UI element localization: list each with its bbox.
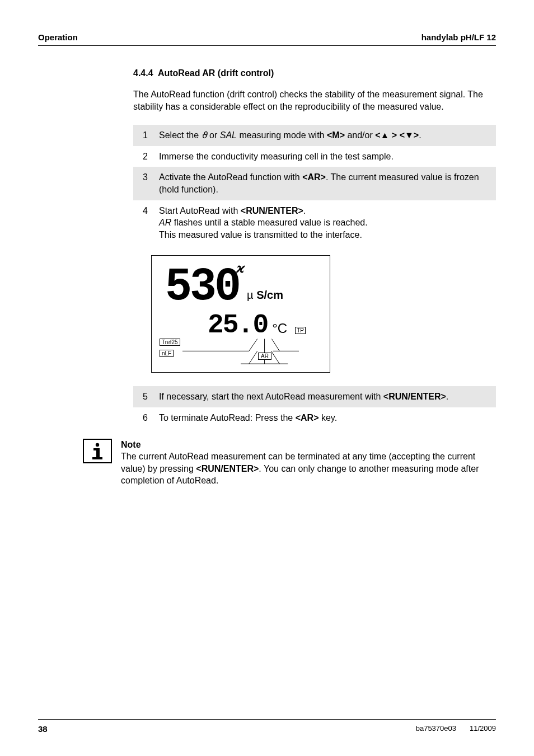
page-footer: 38 ba75370e03 11/2009 xyxy=(38,719,496,734)
table-row: 4 Start AutoRead with <RUN/ENTER>.AR fla… xyxy=(133,200,496,246)
section-number: 4.4.4 xyxy=(133,68,153,78)
note-block: Note The current AutoRead measurement ca… xyxy=(83,439,496,487)
step-number: 1 xyxy=(133,125,153,146)
table-row: 6 To terminate AutoRead: Press the <AR> … xyxy=(133,407,496,429)
step-text: Activate the AutoRead function with <AR>… xyxy=(153,167,496,200)
section-title: AutoRead AR (drift control) xyxy=(158,68,274,78)
note-title: Note xyxy=(121,439,496,451)
table-row: 2 Immerse the conductivity measuring cel… xyxy=(133,146,496,167)
intro-paragraph: The AutoRead function (drift control) ch… xyxy=(133,88,496,112)
step-text: Start AutoRead with <RUN/ENTER>.AR flash… xyxy=(153,200,496,246)
steps-table-b: 5 If necessary, start the next AutoRead … xyxy=(133,386,496,428)
table-row: 5 If necessary, start the next AutoRead … xyxy=(133,386,496,407)
step-text: If necessary, start the next AutoRead me… xyxy=(153,386,496,407)
step-number: 4 xyxy=(133,200,153,246)
svg-rect-11 xyxy=(96,448,100,458)
svg-line-2 xyxy=(249,339,257,351)
step-number: 3 xyxy=(133,167,153,200)
table-row: 3 Activate the AutoRead function with <A… xyxy=(133,167,496,200)
header-right: handylab pH/LF 12 xyxy=(421,32,496,42)
step-text: To terminate AutoRead: Press the <AR> ke… xyxy=(153,407,496,429)
lcd-ar-badge: AR xyxy=(258,353,271,360)
step-text: Immerse the conductivity measuring cell … xyxy=(153,146,496,167)
page-header: Operation handylab pH/LF 12 xyxy=(38,32,496,46)
svg-line-8 xyxy=(271,351,279,364)
steps-table-a: 1 Select the ϑ or SAL measuring mode wit… xyxy=(133,125,496,245)
step-number: 6 xyxy=(133,407,153,429)
svg-line-6 xyxy=(249,351,257,364)
page-number: 38 xyxy=(38,724,48,734)
footer-right: ba75370e03 11/2009 xyxy=(416,724,496,734)
lcd-guide-lines xyxy=(152,256,330,372)
step-number: 5 xyxy=(133,386,153,407)
svg-line-4 xyxy=(271,339,279,351)
doc-date: 11/2009 xyxy=(470,724,496,734)
note-body: The current AutoRead measurement can be … xyxy=(121,452,479,485)
step-text: Select the ϑ or SAL measuring mode with … xyxy=(153,125,496,146)
header-left: Operation xyxy=(38,32,78,42)
lcd-display: ϰ 530 µ S/cm 25.0 °C TP Tref25 nLF AR xyxy=(151,255,330,373)
doc-id: ba75370e03 xyxy=(416,724,456,734)
section-heading: 4.4.4 AutoRead AR (drift control) xyxy=(133,68,496,78)
info-icon xyxy=(83,439,112,463)
note-text: Note The current AutoRead measurement ca… xyxy=(121,439,496,487)
table-row: 1 Select the ϑ or SAL measuring mode wit… xyxy=(133,125,496,146)
svg-rect-12 xyxy=(92,457,102,459)
main-content: 4.4.4 AutoRead AR (drift control) The Au… xyxy=(133,68,496,487)
step-number: 2 xyxy=(133,146,153,167)
svg-point-9 xyxy=(96,443,99,446)
